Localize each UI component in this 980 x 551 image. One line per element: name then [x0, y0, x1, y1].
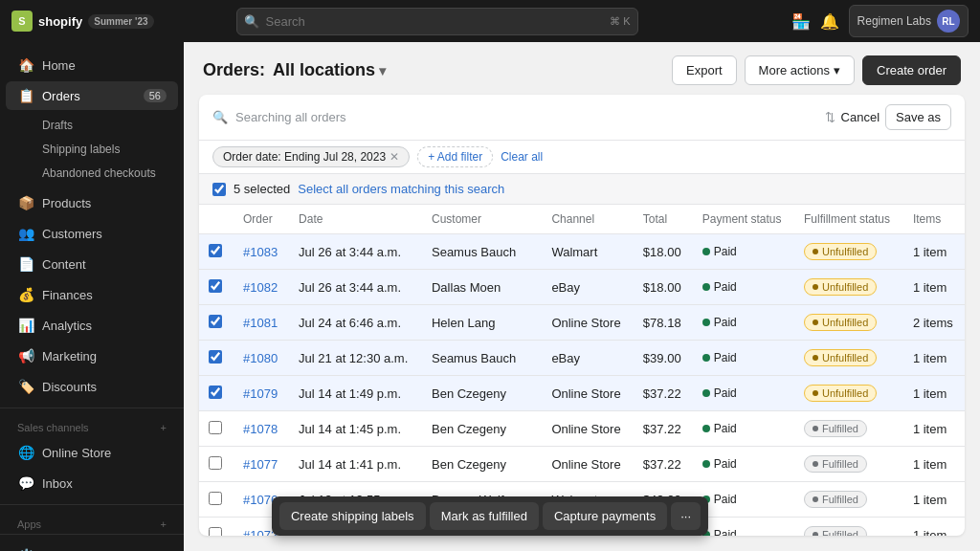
- col-channel[interactable]: Channel: [542, 205, 633, 234]
- table-row[interactable]: #1079 Jul 14 at 1:49 p.m. Ben Czegeny On…: [199, 376, 965, 411]
- sidebar-item-online-store[interactable]: 🌐 Online Store: [6, 438, 178, 467]
- order-total: $18.00: [634, 270, 693, 305]
- sidebar-item-analytics[interactable]: 📊 Analytics: [6, 311, 178, 340]
- col-checkbox: [199, 205, 234, 234]
- row-checkbox[interactable]: [209, 492, 222, 505]
- row-checkbox[interactable]: [209, 350, 222, 364]
- row-checkbox[interactable]: [209, 279, 222, 293]
- location-chevron[interactable]: ▾: [379, 63, 386, 78]
- more-actions-button[interactable]: More actions ▾: [745, 55, 855, 85]
- sales-channels-section: Sales channels +: [0, 414, 184, 437]
- search-shortcut: ⌘ K: [610, 15, 630, 28]
- sidebar-item-home[interactable]: 🏠 Home: [6, 51, 178, 79]
- online-store-icon: 🌐: [17, 445, 34, 460]
- sidebar-label-customers: Customers: [42, 227, 167, 241]
- fulfillment-badge: Unfulfilled: [804, 278, 877, 296]
- sidebar-label-discounts: Discounts: [42, 380, 167, 394]
- selection-bar: 5 selected Select all orders matching th…: [199, 174, 965, 205]
- select-all-checkbox[interactable]: [212, 183, 226, 196]
- capture-payments-button[interactable]: Capture payments: [543, 502, 667, 530]
- col-fulfillment[interactable]: Fulfillment status: [794, 205, 903, 234]
- table-row[interactable]: #1077 Jul 14 at 1:41 p.m. Ben Czegeny On…: [199, 447, 965, 482]
- save-as-button[interactable]: Save as: [885, 104, 951, 130]
- sidebar-item-drafts[interactable]: Drafts: [6, 114, 178, 137]
- table-row[interactable]: #1078 Jul 14 at 1:45 p.m. Ben Czegeny On…: [199, 411, 965, 447]
- sidebar-item-orders[interactable]: 📋 Orders 56: [6, 81, 178, 110]
- sidebar-item-finances[interactable]: 💰 Finances: [6, 280, 178, 309]
- add-filter-button[interactable]: + Add filter: [417, 146, 493, 167]
- order-payment: Paid: [693, 305, 794, 341]
- col-payment[interactable]: Payment status: [693, 205, 794, 234]
- row-checkbox-cell: [199, 234, 234, 270]
- apps-expand-icon[interactable]: +: [161, 518, 167, 530]
- sidebar-item-products[interactable]: 📦 Products: [6, 188, 178, 217]
- row-checkbox[interactable]: [209, 315, 222, 328]
- cancel-button[interactable]: Cancel: [841, 110, 880, 124]
- col-order[interactable]: Order: [234, 205, 289, 234]
- order-number[interactable]: #1079: [234, 376, 289, 411]
- table-row[interactable]: #1080 Jul 21 at 12:30 a.m. Seamus Bauch …: [199, 341, 965, 376]
- order-number[interactable]: #1078: [234, 411, 289, 447]
- bell-icon[interactable]: 🔔: [820, 12, 839, 31]
- sidebar-item-discounts[interactable]: 🏷️ Discounts: [6, 372, 178, 401]
- sidebar-item-marketing[interactable]: 📢 Marketing: [6, 342, 178, 370]
- orders-badge: 56: [144, 89, 167, 102]
- table-row[interactable]: #1081 Jul 24 at 6:46 a.m. Helen Lang Onl…: [199, 305, 965, 341]
- row-checkbox-cell: [199, 270, 234, 305]
- sidebar-item-inbox[interactable]: 💬 Inbox: [6, 469, 178, 497]
- col-customer[interactable]: Customer: [422, 205, 542, 234]
- order-total: $78.18: [634, 305, 693, 341]
- row-checkbox[interactable]: [209, 456, 222, 470]
- more-actions-icon[interactable]: ···: [671, 502, 701, 530]
- order-items: 1 item: [903, 447, 965, 482]
- col-date[interactable]: Date: [289, 205, 422, 234]
- order-date: Jul 26 at 3:44 a.m.: [289, 234, 422, 270]
- order-fulfillment: Fulfilled: [794, 411, 903, 447]
- active-filters: Order date: Ending Jul 28, 2023 ✕ + Add …: [199, 141, 965, 174]
- sidebar-item-shipping-labels[interactable]: Shipping labels: [6, 138, 178, 161]
- apps-section: Apps +: [0, 511, 184, 534]
- storefront-icon[interactable]: 🏪: [791, 12, 811, 31]
- clear-all-button[interactable]: Clear all: [501, 150, 543, 164]
- col-items[interactable]: Items: [903, 205, 965, 234]
- sidebar-item-settings[interactable]: ⚙️ Settings: [6, 541, 178, 551]
- table-row[interactable]: #1082 Jul 26 at 3:44 a.m. Dallas Moen eB…: [199, 270, 965, 305]
- expand-icon[interactable]: +: [161, 422, 167, 433]
- order-payment: Paid: [693, 447, 794, 482]
- create-order-button[interactable]: Create order: [862, 55, 961, 85]
- create-shipping-labels-button[interactable]: Create shipping labels: [279, 502, 426, 530]
- order-total: $37.22: [634, 411, 693, 447]
- discounts-icon: 🏷️: [17, 379, 34, 394]
- mark-as-fulfilled-button[interactable]: Mark as fulfilled: [430, 502, 539, 530]
- order-number[interactable]: #1080: [234, 341, 289, 376]
- row-checkbox[interactable]: [209, 421, 222, 434]
- order-number[interactable]: #1082: [234, 270, 289, 305]
- store-selector[interactable]: Regimen Labs RL: [849, 5, 969, 37]
- row-checkbox[interactable]: [209, 386, 222, 399]
- order-number[interactable]: #1083: [234, 234, 289, 270]
- fulfillment-badge: Unfulfilled: [804, 243, 877, 260]
- order-number[interactable]: #1077: [234, 447, 289, 482]
- order-channel: eBay: [542, 270, 633, 305]
- order-number[interactable]: #1081: [234, 305, 289, 341]
- filter-actions: ⇅ Cancel Save as: [825, 104, 951, 130]
- table-row[interactable]: #1083 Jul 26 at 3:44 a.m. Seamus Bauch W…: [199, 234, 965, 270]
- sidebar-item-abandoned-checkouts[interactable]: Abandoned checkouts: [6, 162, 178, 185]
- export-button[interactable]: Export: [672, 55, 737, 85]
- select-all-link[interactable]: Select all orders matching this search: [298, 182, 504, 196]
- row-checkbox-cell: [199, 482, 234, 518]
- sort-icon[interactable]: ⇅: [825, 110, 835, 124]
- analytics-icon: 📊: [17, 318, 34, 333]
- order-fulfillment: Unfulfilled: [794, 270, 903, 305]
- row-checkbox[interactable]: [209, 527, 222, 537]
- sidebar-item-content[interactable]: 📄 Content: [6, 250, 178, 278]
- sidebar-label-online-store: Online Store: [42, 446, 167, 460]
- page-title: Orders: All locations ▾: [203, 60, 386, 80]
- row-checkbox[interactable]: [209, 244, 222, 257]
- order-customer: Ben Czegeny: [422, 447, 542, 482]
- search-input[interactable]: [236, 8, 638, 35]
- filter-chip-close[interactable]: ✕: [390, 150, 399, 164]
- sidebar-item-customers[interactable]: 👥 Customers: [6, 219, 178, 248]
- sidebar-label-content: Content: [42, 257, 167, 272]
- col-total[interactable]: Total: [634, 205, 693, 234]
